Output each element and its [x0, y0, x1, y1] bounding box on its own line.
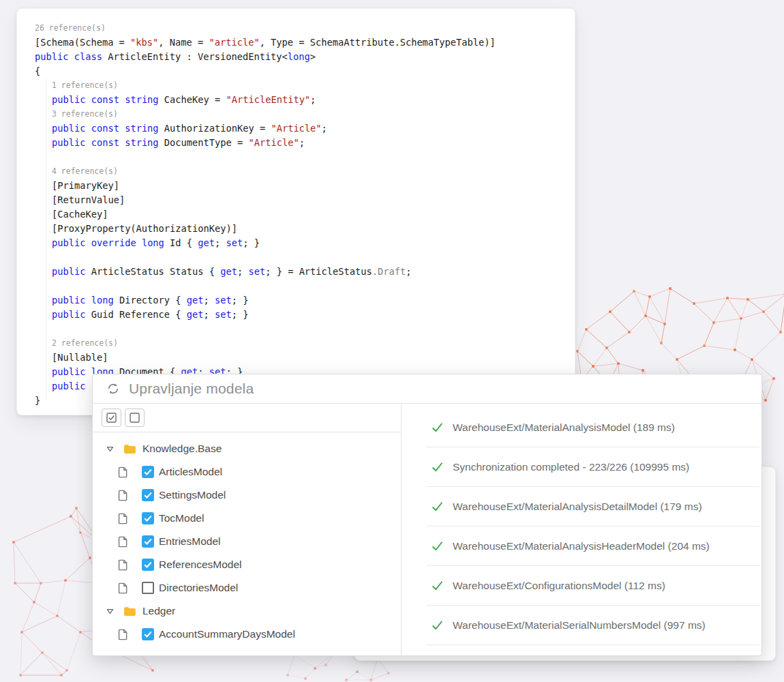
tree-folder-label: Ledger — [142, 605, 175, 617]
file-icon — [118, 513, 128, 524]
deselect-all-button[interactable] — [125, 409, 145, 427]
code-line: [ReturnValue] — [35, 193, 568, 207]
file-icon — [118, 466, 128, 478]
code-line — [35, 322, 568, 336]
tree-model-label: SettingsModel — [159, 489, 226, 501]
result-label: WarehouseExt/MaterialAnalysisModel (189 … — [453, 421, 675, 434]
success-check-icon — [432, 462, 443, 472]
model-tree: Knowledge.Base ArticlesModel SettingsMod… — [93, 432, 401, 646]
tree-model-row[interactable]: ReferencesModel — [93, 553, 401, 576]
file-icon — [118, 536, 128, 548]
tree-model-row[interactable]: SettingsModel — [93, 484, 401, 507]
code-line — [35, 250, 568, 265]
model-management-dialog: Upravljanje modela — [92, 374, 762, 656]
result-label: WarehouseExt/MaterialSerialNumbersModel … — [453, 619, 706, 632]
code-line: { — [35, 64, 568, 78]
model-checkbox-checked[interactable] — [142, 628, 154, 640]
checked-checkbox-icon — [106, 413, 117, 423]
tree-model-row[interactable]: EntriesModel — [93, 530, 401, 553]
checkmark-icon — [143, 537, 153, 546]
checkmark-icon — [143, 561, 153, 569]
code-line: public Guid Reference { get; set; } — [35, 308, 568, 322]
collapse-triangle-icon[interactable] — [106, 608, 114, 614]
codelens-line: 26 reference(s) — [35, 21, 568, 35]
code-line: public const string DocumentType = "Arti… — [35, 136, 568, 150]
model-tree-pane: Knowledge.Base ArticlesModel SettingsMod… — [93, 404, 402, 655]
success-check-icon — [432, 541, 443, 551]
codelens-line: 1 reference(s) — [35, 78, 568, 93]
checkmark-icon — [143, 630, 153, 638]
code-line — [35, 150, 568, 164]
code-line: public ArticleStatus Status { get; set; … — [35, 265, 568, 279]
result-label: WarehouseExt/MaterialAnalysisHeaderModel… — [453, 540, 710, 552]
sync-result-list: WarehouseExt/MaterialAnalysisModel (189 … — [402, 404, 762, 655]
refresh-icon — [106, 382, 120, 396]
csharp-code-body: 26 reference(s)[Schema(Schema = "kbs", N… — [35, 21, 568, 408]
checkmark-icon — [143, 514, 153, 522]
code-line: [ProxyProperty(AuthorizationKey)] — [35, 222, 568, 236]
model-checkbox-unchecked[interactable] — [142, 582, 154, 594]
tree-model-label: DirectoriesModel — [159, 582, 238, 594]
code-line: [Nullable] — [35, 351, 568, 365]
code-line: public const string AuthorizationKey = "… — [35, 121, 568, 136]
result-label: Synchronization completed - 223/226 (109… — [453, 461, 689, 473]
codelens-line: 4 reference(s) — [35, 164, 568, 179]
tree-model-label: AccountSummaryDaysModel — [159, 628, 295, 640]
tree-model-row[interactable]: AccountSummaryDaysModel — [93, 623, 401, 646]
model-checkbox-checked[interactable] — [142, 466, 154, 478]
tree-model-label: ReferencesModel — [159, 559, 241, 571]
code-line: [Schema(Schema = "kbs", Name = "article"… — [35, 35, 568, 50]
folder-icon — [123, 444, 136, 454]
folder-icon — [123, 606, 136, 617]
success-check-icon — [432, 422, 443, 432]
code-line — [35, 279, 568, 293]
csharp-code-panel: 26 reference(s)[Schema(Schema = "kbs", N… — [16, 8, 575, 415]
code-line: public const string CacheKey = "ArticleE… — [35, 93, 568, 107]
model-checkbox-checked[interactable] — [142, 559, 154, 571]
dialog-title: Upravljanje modela — [129, 381, 254, 397]
result-row: WarehouseExt/ConfigurationsModel (112 ms… — [427, 566, 759, 606]
tree-model-label: EntriesModel — [159, 535, 220, 548]
tree-folder-label: Knowledge.Base — [142, 443, 222, 455]
result-row: WarehouseExt/MaterialAnalysisDetailModel… — [427, 487, 759, 527]
success-check-icon — [432, 580, 443, 591]
checkmark-icon — [143, 491, 153, 499]
tree-model-row[interactable]: ArticlesModel — [93, 460, 401, 484]
result-row: WarehouseExt/MaterialAnalysisHeaderModel… — [427, 527, 759, 566]
result-label: WarehouseExt/MaterialAnalysisDetailModel… — [453, 501, 702, 513]
result-row: WarehouseExt/MaterialSerialNumbersModel … — [427, 606, 759, 645]
select-all-button[interactable] — [102, 409, 121, 427]
result-row: WarehouseExt/MaterialAnalysisModel (189 … — [427, 408, 759, 447]
code-line: public override long Id { get; set; } — [35, 236, 568, 250]
success-check-icon — [432, 620, 443, 630]
file-icon — [118, 490, 128, 501]
success-check-icon — [432, 501, 443, 512]
unchecked-checkbox-icon — [130, 413, 140, 423]
model-checkbox-checked[interactable] — [142, 535, 154, 548]
file-icon — [118, 582, 128, 594]
model-checkbox-checked[interactable] — [142, 489, 154, 501]
result-label: WarehouseExt/ConfigurationsModel (112 ms… — [453, 580, 665, 592]
tree-toolbar — [93, 404, 401, 432]
tree-model-label: TocModel — [159, 512, 204, 524]
tree-model-row[interactable]: TocModel — [93, 507, 401, 530]
tree-model-row[interactable]: DirectoriesModel — [93, 576, 401, 599]
dialog-body: Knowledge.Base ArticlesModel SettingsMod… — [93, 404, 762, 655]
collapse-triangle-icon[interactable] — [106, 446, 114, 452]
file-icon — [118, 559, 128, 571]
result-row: Synchronization completed - 223/226 (109… — [427, 447, 759, 487]
dialog-header: Upravljanje modela — [93, 374, 762, 404]
code-line: [PrimaryKey] — [35, 179, 568, 193]
tree-model-label: ArticlesModel — [159, 466, 222, 478]
code-line: public long Directory { get; set; } — [35, 293, 568, 308]
file-icon — [118, 629, 128, 640]
model-checkbox-checked[interactable] — [142, 512, 154, 524]
tree-folder-row[interactable]: Knowledge.Base — [93, 437, 401, 460]
indent-guide — [46, 79, 46, 400]
tree-folder-row[interactable]: Ledger — [93, 599, 401, 623]
codelens-line: 3 reference(s) — [35, 107, 568, 121]
code-line: [CacheKey] — [35, 207, 568, 222]
checkmark-icon — [143, 468, 153, 476]
code-line: public class ArticleEntity : VersionedEn… — [35, 50, 568, 64]
codelens-line: 2 reference(s) — [35, 336, 568, 351]
